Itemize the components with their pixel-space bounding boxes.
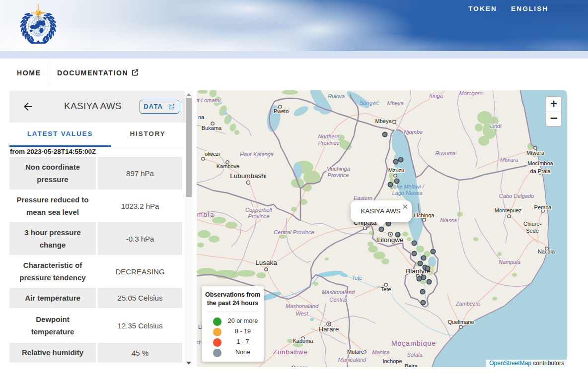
- svg-text:Inchope: Inchope: [382, 358, 402, 364]
- svg-text:ct: ct: [197, 339, 201, 345]
- svg-text:Zimbabwe: Zimbabwe: [273, 348, 308, 356]
- svg-text:Kambove: Kambove: [217, 163, 239, 169]
- svg-text:Lago Niassa: Lago Niassa: [392, 190, 422, 196]
- svg-text:olwezi: olwezi: [205, 151, 220, 157]
- svg-text:Lindi: Lindi: [490, 123, 502, 129]
- svg-text:Harare: Harare: [318, 325, 339, 333]
- svg-text:Tete: Tete: [381, 286, 391, 292]
- svg-text:Kadoma: Kadoma: [293, 338, 314, 344]
- svg-text:Njombe: Njombe: [404, 129, 423, 135]
- svg-text:Zambézia: Zambézia: [455, 301, 480, 307]
- svg-text:Songwe: Songwe: [360, 100, 379, 106]
- svg-text:Niassa: Niassa: [440, 217, 457, 223]
- svg-text:Mocímboa: Mocímboa: [527, 160, 553, 166]
- svg-text:Gweru: Gweru: [292, 365, 307, 367]
- svg-text:Lichinga: Lichinga: [414, 212, 435, 218]
- svg-text:Iringa: Iringa: [429, 93, 443, 99]
- svg-text:Muchinga: Muchinga: [326, 166, 350, 172]
- svg-text:Montepuez: Montepuez: [495, 207, 521, 213]
- svg-text:Haut-Katanga: Haut-Katanga: [240, 151, 274, 157]
- svg-text:Pweto: Pweto: [274, 108, 289, 114]
- svg-text:Morogoro: Morogoro: [459, 90, 482, 96]
- svg-text:Mtwara: Mtwara: [526, 150, 545, 156]
- svg-text:Quelimane: Quelimane: [447, 319, 474, 325]
- svg-text:Chiure-: Chiure-: [523, 221, 541, 227]
- svg-text:Mutare: Mutare: [347, 349, 364, 355]
- svg-text:Lusaka: Lusaka: [255, 259, 277, 266]
- svg-text:Lubumbashi: Lubumbashi: [230, 172, 267, 180]
- svg-text:ut-Lomami: ut-Lomami: [197, 97, 221, 103]
- svg-text:Province: Province: [328, 172, 349, 178]
- svg-text:Province: Province: [318, 140, 340, 146]
- svg-text:Cabo Delgado: Cabo Delgado: [499, 193, 534, 199]
- svg-text:Mbeya: Mbeya: [387, 100, 403, 106]
- svg-text:Ruvuma: Ruvuma: [436, 150, 456, 156]
- svg-text:Central Province: Central Province: [274, 229, 314, 235]
- svg-text:Rukwa: Rukwa: [328, 93, 345, 99]
- svg-text:Province: Province: [248, 213, 270, 219]
- svg-text:Mashonaland: Mashonaland: [322, 289, 355, 295]
- svg-text:ambia: ambia: [197, 211, 215, 218]
- svg-text:Northern: Northern: [318, 133, 340, 139]
- svg-text:Manicaland: Manicaland: [338, 357, 367, 363]
- svg-text:Moçambique: Moçambique: [391, 339, 436, 347]
- svg-text:Mzuzu: Mzuzu: [388, 167, 404, 173]
- svg-text:Mashonaland: Mashonaland: [286, 303, 319, 309]
- svg-text:Beira: Beira: [405, 363, 418, 367]
- svg-text:Tete: Tete: [352, 275, 362, 281]
- svg-text:Mbeya: Mbeya: [375, 118, 392, 124]
- svg-text:Pemba: Pemba: [534, 204, 552, 210]
- svg-text:Lake Malawi /: Lake Malawi /: [390, 184, 424, 190]
- svg-text:Mtwara: Mtwara: [500, 157, 518, 163]
- svg-text:Manica: Manica: [372, 349, 389, 355]
- svg-text:na: na: [198, 114, 205, 120]
- svg-text:West: West: [296, 311, 309, 316]
- svg-text:Sofala: Sofala: [407, 352, 422, 358]
- svg-text:Central: Central: [329, 297, 347, 303]
- svg-text:da Praia: da Praia: [530, 168, 551, 174]
- svg-text:Sede: Sede: [526, 228, 539, 234]
- svg-text:Lilongwe: Lilongwe: [377, 236, 403, 244]
- svg-text:Copperbelt: Copperbelt: [245, 207, 273, 213]
- svg-text:Nacala: Nacala: [538, 249, 555, 254]
- svg-text:Nampula: Nampula: [499, 259, 520, 265]
- svg-text:Bukama: Bukama: [202, 125, 222, 131]
